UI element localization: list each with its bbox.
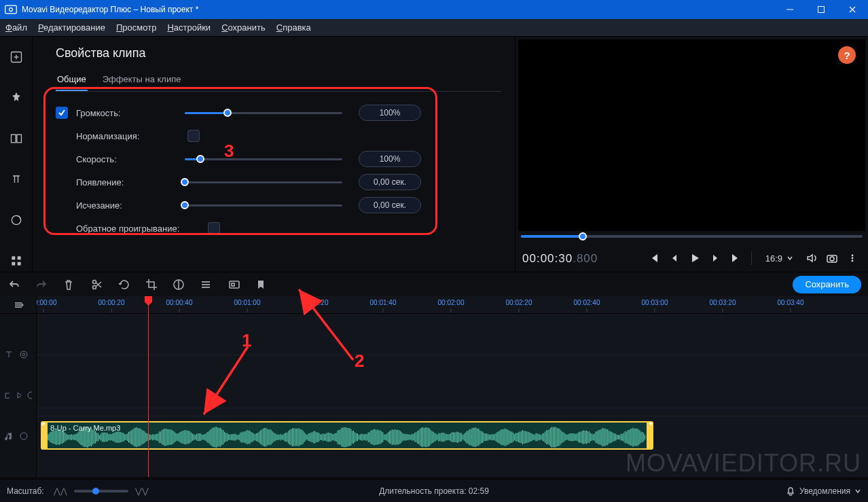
preview-panel: ? 00:00:30.800 16:9 — [515, 37, 868, 272]
preview-canvas[interactable] — [518, 39, 865, 231]
svg-point-37 — [28, 392, 32, 399]
fadeout-value[interactable]: 0,00 сек. — [359, 197, 421, 213]
color-adjust-button[interactable] — [171, 277, 186, 292]
timeline: 00:00:0000:00:2000:00:4000:01:0000:01:20… — [0, 296, 868, 477]
volume-icon[interactable] — [803, 249, 820, 267]
speed-label: Скорость: — [76, 154, 185, 164]
export-button[interactable]: Сохранить — [793, 276, 861, 293]
help-button[interactable]: ? — [838, 46, 856, 64]
svg-rect-9 — [11, 135, 16, 143]
volume-slider[interactable] — [185, 107, 342, 119]
speed-slider[interactable] — [185, 153, 342, 165]
titles-button[interactable] — [5, 168, 27, 190]
svg-point-20 — [852, 260, 854, 262]
undo-button[interactable] — [7, 277, 22, 292]
prev-clip-button[interactable] — [645, 249, 663, 267]
normalize-checkbox[interactable] — [187, 130, 200, 142]
clip-handle-right[interactable] — [647, 423, 652, 448]
svg-point-35 — [22, 353, 25, 356]
audio-clip[interactable]: 8-Up - Carry Me.mp3 — [41, 421, 653, 450]
add-track-button[interactable] — [0, 296, 36, 314]
play-button[interactable] — [686, 249, 704, 267]
fadein-label: Появление: — [76, 177, 185, 187]
add-media-button[interactable] — [5, 46, 27, 68]
crop-button[interactable] — [144, 277, 159, 292]
redo-button[interactable] — [34, 277, 49, 292]
app-logo-icon — [4, 3, 18, 16]
chevron-down-icon[interactable] — [854, 488, 861, 495]
clip-properties-button[interactable] — [198, 277, 213, 292]
annotation-num-3: 3 — [224, 141, 234, 162]
annotation-num-1: 1 — [242, 330, 251, 351]
timeline-ruler[interactable]: 00:00:0000:00:2000:00:4000:01:0000:01:20… — [37, 296, 868, 314]
row-volume: Громкость: 100% — [56, 101, 501, 124]
playhead[interactable] — [148, 296, 149, 477]
record-button[interactable] — [227, 277, 242, 292]
clip-fade-point-right[interactable] — [649, 421, 653, 425]
ruler-tick: 00:00:00 — [37, 299, 56, 306]
ruler-tick: 00:02:00 — [438, 299, 465, 306]
audio-track-head[interactable] — [4, 431, 32, 441]
split-button[interactable] — [90, 277, 105, 292]
ruler-tick: 00:03:40 — [778, 299, 804, 306]
delete-button[interactable] — [61, 277, 76, 292]
rotate-button[interactable] — [117, 277, 132, 292]
next-clip-button[interactable] — [727, 249, 744, 267]
menubar: Файл Редактирование Просмотр Настройки С… — [0, 19, 868, 37]
preview-seek-slider[interactable] — [521, 235, 863, 245]
fadeout-slider[interactable] — [185, 199, 342, 211]
more-tools-button[interactable] — [5, 250, 27, 272]
volume-value[interactable]: 100% — [359, 105, 421, 121]
row-speed: Скорость: 100% — [56, 147, 501, 171]
preview-more-button[interactable] — [844, 249, 861, 267]
video-track-head[interactable] — [4, 391, 32, 400]
stickers-button[interactable] — [5, 209, 27, 231]
zoom-slider[interactable] — [74, 490, 128, 492]
filters-button[interactable] — [5, 87, 27, 109]
menu-save[interactable]: Сохранить — [221, 22, 266, 33]
ruler-tick: 00:00:20 — [98, 299, 125, 306]
waveform-icon — [48, 425, 647, 449]
volume-checkbox[interactable] — [56, 107, 68, 119]
marker-button[interactable] — [254, 277, 269, 292]
maximize-button[interactable] — [806, 0, 837, 19]
reverse-checkbox[interactable] — [208, 222, 220, 234]
next-frame-button[interactable] — [706, 249, 724, 267]
tab-general[interactable]: Общие — [56, 70, 88, 91]
window-title: Movavi Видеоредактор Плюс – Новый проект… — [22, 5, 774, 14]
svg-point-18 — [852, 255, 854, 257]
notifications-label[interactable]: Уведомления — [799, 486, 850, 496]
speed-value[interactable]: 100% — [359, 151, 421, 167]
transitions-button[interactable] — [5, 128, 27, 149]
left-toolbar — [0, 37, 33, 272]
menu-view[interactable]: Просмотр — [116, 22, 156, 33]
svg-rect-3 — [818, 7, 825, 13]
timeline-tracks-header — [0, 296, 37, 477]
timeline-body[interactable]: 00:00:0000:00:2000:00:4000:01:0000:01:20… — [37, 296, 868, 477]
minimize-button[interactable] — [774, 0, 806, 19]
tab-effects[interactable]: Эффекты на клипе — [101, 70, 183, 91]
menu-help[interactable]: Справка — [276, 22, 311, 33]
zoom-in-icon[interactable]: ⋁⋁ — [135, 486, 149, 496]
ruler-tick: 00:03:00 — [642, 299, 668, 306]
fadein-value[interactable]: 0,00 сек. — [359, 174, 421, 190]
prev-frame-button[interactable] — [666, 249, 683, 267]
close-button[interactable] — [837, 0, 868, 19]
svg-point-38 — [20, 433, 27, 440]
volume-label: Громкость: — [76, 108, 185, 118]
row-normalize: Нормализация: — [56, 124, 501, 147]
fadein-slider[interactable] — [185, 176, 342, 188]
aspect-ratio-select[interactable]: 16:9 — [765, 253, 793, 264]
menu-edit[interactable]: Редактирование — [38, 22, 105, 33]
clip-handle-left[interactable] — [42, 423, 48, 448]
zoom-out-icon[interactable]: ⋀⋀ — [54, 486, 67, 496]
snapshot-button[interactable] — [823, 249, 841, 267]
title-track-head[interactable] — [4, 350, 32, 359]
svg-rect-12 — [12, 256, 15, 259]
ruler-tick: 00:02:20 — [506, 299, 532, 306]
menu-settings[interactable]: Настройки — [167, 22, 211, 33]
titlebar: Movavi Видеоредактор Плюс – Новый проект… — [0, 0, 868, 19]
main-content: Свойства клипа Общие Эффекты на клипе Гр… — [0, 37, 868, 272]
svg-rect-28 — [232, 283, 234, 286]
menu-file[interactable]: Файл — [5, 22, 27, 33]
